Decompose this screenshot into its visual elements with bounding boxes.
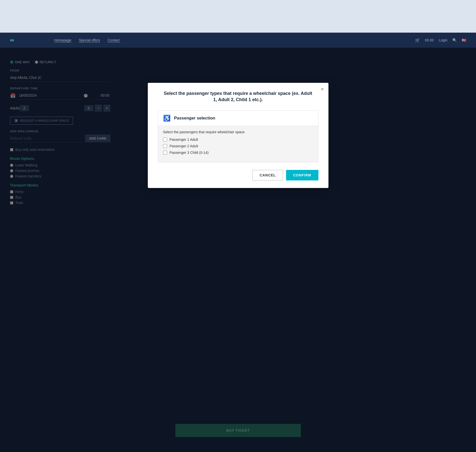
navbar-link-special-offers[interactable]: Special offers <box>79 38 100 42</box>
cart-total: €0.00 <box>425 38 434 42</box>
passenger-3-label: Passenger 3 Child (0-14) <box>170 151 209 155</box>
passenger-3-row: Passenger 3 Child (0-14) <box>163 151 313 155</box>
navbar-logo: ∞ <box>10 37 14 43</box>
passenger-2-checkbox[interactable] <box>163 144 167 148</box>
modal-buttons: CANCEL CONFIRM <box>158 170 318 180</box>
cancel-button[interactable]: CANCEL <box>252 170 283 180</box>
main-content: ONE WAY RETURN T FROM DEPARTURE TIME 📅 🕐… <box>0 48 476 452</box>
passenger-3-checkbox[interactable] <box>163 151 167 155</box>
navbar-links: Homepage Special offers Contact <box>54 38 120 42</box>
wheelchair-header-icon: ♿ <box>163 115 171 122</box>
passenger-1-label: Passenger 1 Adult <box>170 138 198 142</box>
passenger-selection-instruction: Select the passengers that require wheel… <box>163 130 313 134</box>
passenger-2-label: Passenger 2 Adult <box>170 144 198 148</box>
modal-title: Select the passenger types that require … <box>158 90 318 103</box>
passenger-selection-header: ♿ Passenger selection <box>158 111 318 126</box>
login-link[interactable]: Login <box>439 38 447 42</box>
passenger-1-checkbox[interactable] <box>163 138 167 142</box>
navbar: ∞ Homepage Special offers Contact 🛒 €0.0… <box>0 33 476 48</box>
search-icon[interactable]: 🔍 <box>452 38 457 42</box>
passenger-2-row: Passenger 2 Adult <box>163 144 313 148</box>
modal-close-button[interactable]: × <box>321 86 324 92</box>
navbar-link-homepage[interactable]: Homepage <box>54 38 72 42</box>
cart-icon: 🛒 <box>415 38 420 43</box>
navbar-right: 🛒 €0.00 Login 🔍 🇬🇧 <box>415 38 466 43</box>
confirm-button[interactable]: CONFIRM <box>286 170 318 180</box>
flag-icon: 🇬🇧 <box>462 38 466 42</box>
passenger-selection-title: Passenger selection <box>174 116 215 121</box>
modal-overlay: × Select the passenger types that requir… <box>0 48 476 452</box>
passenger-selection-body: Select the passengers that require wheel… <box>158 126 318 162</box>
passenger-selection-box: ♿ Passenger selection Select the passeng… <box>158 110 318 162</box>
modal-dialog: × Select the passenger types that requir… <box>148 83 328 188</box>
passenger-1-row: Passenger 1 Adult <box>163 138 313 142</box>
top-area <box>0 0 476 33</box>
navbar-link-contact[interactable]: Contact <box>108 38 120 42</box>
